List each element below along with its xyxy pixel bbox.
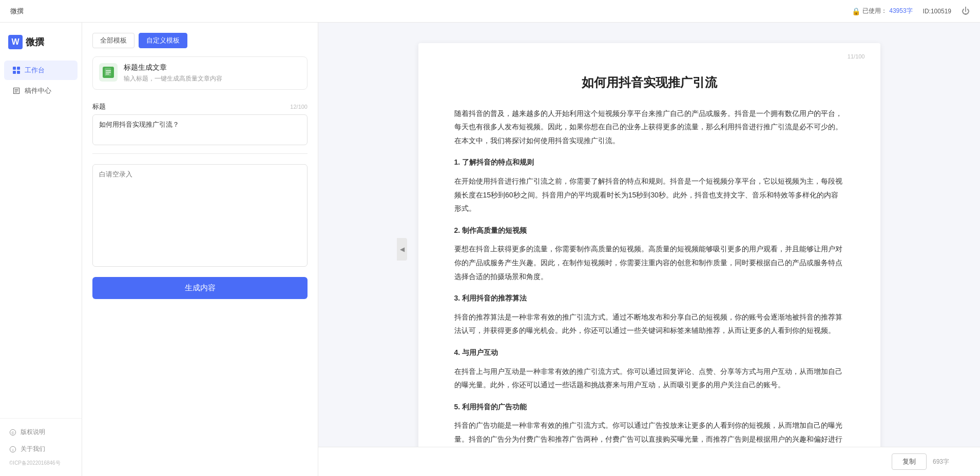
svg-rect-0 — [13, 67, 16, 70]
right-panel: 11/100 如何用抖音实现推广引流 随着抖音的普及，越来越多的人开始利用这个短… — [318, 23, 980, 476]
icp-text: ©ICP备2022016846号 — [4, 458, 78, 471]
sidebar-nav: 工作台 稿件中心 — [0, 60, 82, 418]
topbar-usage: 🔒 已使用： 43953字 — [852, 7, 912, 15]
doc-section-heading: 4. 与用户互动 — [454, 346, 844, 360]
document-area: 11/100 如何用抖音实现推广引流 随着抖音的普及，越来越多的人开始利用这个短… — [318, 23, 980, 447]
usage-count: 43953字 — [889, 7, 912, 15]
template-card[interactable]: 标题生成文章 输入标题，一键生成高质量文章内容 — [92, 56, 308, 90]
sidebar-footer: © 版权说明 i 关于我们 ©ICP备2022016846号 — [0, 418, 82, 476]
sidebar-item-drafts-label: 稿件中心 — [25, 86, 51, 95]
copyright-label: 版权说明 — [21, 428, 45, 437]
title-label: 标题 — [92, 102, 106, 111]
template-desc: 输入标题，一键生成高质量文章内容 — [124, 74, 301, 83]
template-icon-inner — [103, 67, 114, 78]
doc-section-heading: 1. 了解抖音的特点和规则 — [454, 155, 844, 169]
copy-button[interactable]: 复制 — [892, 453, 927, 470]
doc-section-heading: 2. 制作高质量的短视频 — [454, 224, 844, 237]
svg-rect-2 — [13, 71, 16, 74]
svg-rect-1 — [17, 67, 20, 70]
svg-text:i: i — [12, 447, 13, 452]
sidebar-item-drafts[interactable]: 稿件中心 — [4, 81, 78, 101]
doc-title: 如何用抖音实现推广引流 — [454, 74, 844, 91]
doc-footer: 复制 693字 — [318, 447, 980, 476]
topbar-right: 🔒 已使用： 43953字 ID:100519 ⏻ — [852, 7, 970, 16]
svg-text:©: © — [11, 431, 14, 434]
doc-paragraph: 要想在抖音上获得更多的流量，你需要制作高质量的短视频。高质量的短视频能够吸引更多… — [454, 242, 844, 283]
form-label-row: 标题 12/100 — [92, 102, 308, 111]
tab-custom-templates[interactable]: 自定义模板 — [139, 33, 187, 48]
template-info: 标题生成文章 输入标题，一键生成高质量文章内容 — [124, 63, 301, 83]
page-counter: 11/100 — [848, 53, 865, 60]
template-icon — [99, 63, 118, 82]
title-input[interactable] — [92, 114, 308, 145]
sidebar-item-workbench-label: 工作台 — [25, 66, 45, 75]
sidebar-footer-copyright[interactable]: © 版权说明 — [4, 424, 78, 441]
doc-paragraph: 抖音的广告功能是一种非常有效的推广引流方式。你可以通过广告投放来让更多的人看到你… — [454, 419, 844, 447]
copyright-icon: © — [9, 429, 16, 436]
doc-paragraph: 随着抖音的普及，越来越多的人开始利用这个短视频分享平台来推广自己的产品或服务。抖… — [454, 107, 844, 148]
word-count: 693字 — [933, 458, 949, 466]
form-section: 标题 12/100 — [92, 102, 308, 269]
tab-all-templates[interactable]: 全部模板 — [92, 33, 134, 48]
about-icon: i — [9, 446, 16, 453]
svg-rect-3 — [17, 71, 20, 74]
title-char-count: 12/100 — [290, 104, 308, 110]
doc-paragraph: 抖音的推荐算法是一种非常有效的推广引流方式。通过不断地发布和分享自己的短视频，你… — [454, 310, 844, 338]
collapse-panel-button[interactable]: ◀ — [397, 238, 407, 261]
topbar-title: 微撰 — [10, 7, 846, 16]
logout-icon[interactable]: ⏻ — [962, 7, 970, 16]
content-area: 全部模板 自定义模板 标题生成文章 — [82, 23, 980, 476]
doc-section-heading: 3. 利用抖音的推荐算法 — [454, 291, 844, 305]
generate-button[interactable]: 生成内容 — [92, 277, 308, 299]
document-page: 11/100 如何用抖音实现推广引流 随着抖音的普及，越来越多的人开始利用这个短… — [418, 43, 880, 447]
filter-tabs: 全部模板 自定义模板 — [92, 33, 308, 48]
logo-text: 微撰 — [26, 36, 44, 48]
template-doc-icon — [104, 68, 113, 77]
doc-section-heading: 5. 利用抖音的广告功能 — [454, 400, 844, 414]
template-name: 标题生成文章 — [124, 63, 301, 72]
logo: W 微撰 — [0, 28, 82, 60]
workbench-icon — [12, 66, 21, 74]
svg-rect-8 — [105, 68, 110, 76]
form-divider — [92, 153, 308, 154]
sidebar-footer-about[interactable]: i 关于我们 — [4, 441, 78, 458]
about-label: 关于我们 — [21, 445, 45, 453]
logo-icon: W — [8, 35, 23, 49]
doc-body: 随着抖音的普及，越来越多的人开始利用这个短视频分享平台来推广自己的产品或服务。抖… — [454, 107, 844, 447]
user-id: ID:100519 — [923, 8, 951, 15]
left-panel: 全部模板 自定义模板 标题生成文章 — [82, 23, 318, 476]
doc-paragraph: 在开始使用抖音进行推广引流之前，你需要了解抖音的特点和规则。抖音是一个短视频分享… — [454, 174, 844, 215]
usage-label: 已使用： — [862, 7, 887, 15]
app-body: W 微撰 工作台 稿件中心 © 版权说明 i 关于我们 ©ICP备202201 — [0, 23, 980, 476]
keywords-input[interactable] — [92, 164, 308, 267]
sidebar: W 微撰 工作台 稿件中心 © 版权说明 i 关于我们 ©ICP备202201 — [0, 23, 82, 476]
topbar: 微撰 🔒 已使用： 43953字 ID:100519 ⏻ — [0, 0, 980, 23]
sidebar-item-workbench[interactable]: 工作台 — [4, 61, 78, 80]
doc-paragraph: 在抖音上与用户互动是一种非常有效的推广引流方式。你可以通过回复评论、点赞、分享等… — [454, 365, 844, 392]
drafts-icon — [12, 87, 21, 95]
